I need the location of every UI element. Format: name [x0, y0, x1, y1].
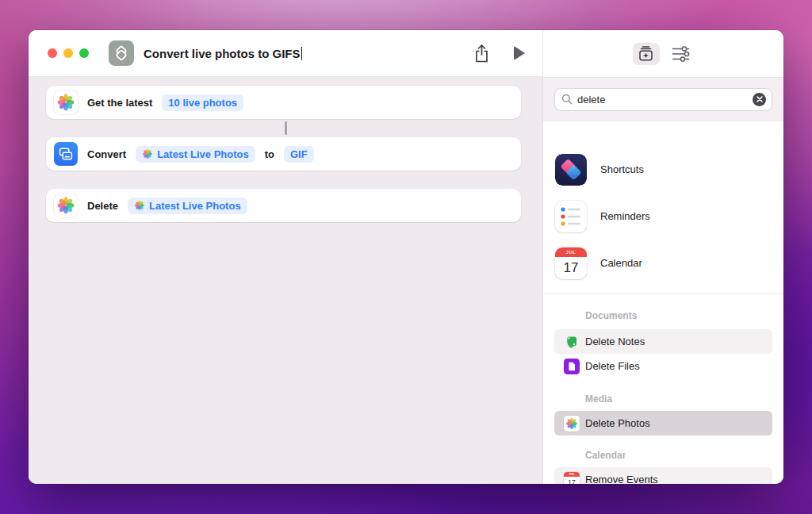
action-result-label: Remove Events: [585, 474, 658, 484]
search-value: delete: [577, 94, 748, 105]
action-result-delete-files[interactable]: Delete Files: [554, 354, 772, 378]
app-name: Calendar: [600, 257, 642, 269]
input-variable-pill[interactable]: Latest Live Photos: [128, 198, 247, 214]
zoom-button[interactable]: [79, 48, 89, 58]
action-result-delete-notes[interactable]: Delete Notes: [554, 329, 772, 354]
action-library-tab[interactable]: [633, 43, 660, 65]
shortcuts-glyph-icon: [113, 44, 130, 62]
app-name: Reminders: [600, 210, 650, 222]
calendar-app-icon: JUL 17: [555, 247, 587, 279]
calendar-month: JUL: [555, 247, 587, 257]
share-icon: [473, 44, 490, 63]
app-row-shortcuts[interactable]: Shortcuts: [543, 146, 783, 193]
shortcuts-app-window: Convert live photos to GIFS Get the: [29, 30, 783, 484]
calendar-mini-icon: JUL 17: [564, 472, 580, 485]
search-input[interactable]: delete: [554, 88, 772, 111]
action-result-label: Delete Photos: [585, 417, 650, 429]
count-parameter-pill[interactable]: 10 live photos: [162, 94, 243, 111]
action-result-delete-photos[interactable]: Delete Photos: [554, 411, 772, 435]
reminders-app-icon: [555, 201, 587, 232]
sliders-icon: [671, 46, 691, 62]
app-row-reminders[interactable]: Reminders: [543, 193, 783, 240]
action-convert-to-gif[interactable]: Convert Latest Live Photos to GIF: [46, 137, 521, 171]
traffic-lights: [48, 48, 89, 58]
action-library-icon: [637, 45, 655, 62]
clear-search-button[interactable]: [753, 93, 766, 106]
section-label-media: Media: [543, 393, 783, 405]
photos-app-icon: [54, 194, 78, 217]
share-button[interactable]: [473, 44, 490, 63]
app-name: Shortcuts: [600, 163, 644, 175]
action-delete-photos[interactable]: Delete Latest Live Photos: [46, 189, 521, 222]
calendar-day: 17: [555, 257, 587, 279]
action-result-label: Delete Files: [585, 360, 640, 372]
photos-app-icon: [54, 90, 78, 114]
close-icon: [756, 96, 763, 102]
text-caret: [301, 47, 303, 60]
files-icon: [564, 359, 580, 374]
run-shortcut-button[interactable]: [514, 46, 525, 60]
evernote-icon: [564, 334, 580, 350]
editor-pane: Convert live photos to GIFS Get the: [29, 30, 542, 484]
shortcut-icon: [109, 40, 134, 66]
shortcuts-app-icon: [555, 154, 587, 186]
search-results-list: Shortcuts Reminders JUL 17 Calendar: [543, 121, 783, 484]
action-library-panel: delete: [542, 30, 783, 484]
section-label-calendar: Calendar: [543, 450, 783, 461]
shortcut-canvas: Get the latest 10 live photos Convert L: [29, 77, 542, 484]
list-divider: [543, 293, 783, 294]
titlebar: Convert live photos to GIFS: [29, 30, 542, 77]
action-text: Get the latest: [87, 97, 152, 109]
action-get-latest-photos[interactable]: Get the latest 10 live photos: [46, 86, 521, 119]
shortcut-settings-tab[interactable]: [668, 43, 695, 65]
minimize-button[interactable]: [63, 48, 73, 58]
action-result-remove-events[interactable]: JUL 17 Remove Events: [554, 467, 772, 484]
section-label-documents: Documents: [543, 310, 783, 321]
app-row-calendar[interactable]: JUL 17 Calendar: [543, 240, 783, 286]
action-text: to: [265, 148, 274, 160]
panel-toolbar: [543, 30, 783, 77]
search-icon: [561, 94, 573, 105]
play-icon: [514, 46, 525, 60]
photos-app-icon: [564, 416, 580, 432]
action-text: Convert: [87, 148, 126, 160]
input-variable-pill[interactable]: Latest Live Photos: [136, 146, 255, 163]
shortcut-title-input[interactable]: Convert live photos to GIFS: [144, 47, 301, 60]
action-flow-connector: [285, 121, 287, 135]
media-convert-icon: [54, 142, 78, 166]
action-result-label: Delete Notes: [585, 336, 645, 347]
close-button[interactable]: [48, 48, 57, 58]
search-strip: delete: [543, 77, 783, 121]
format-parameter-pill[interactable]: GIF: [284, 146, 314, 163]
calendar-day: 17: [564, 477, 580, 485]
action-text: Delete: [87, 200, 118, 212]
